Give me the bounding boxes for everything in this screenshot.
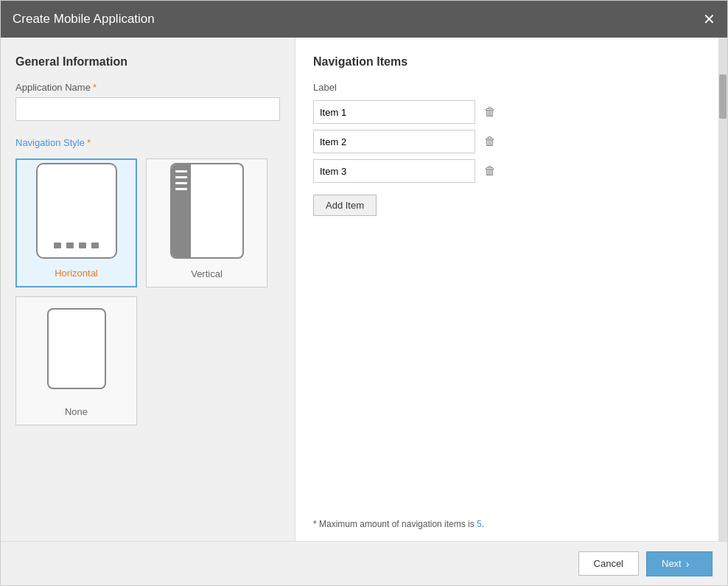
none-illustration <box>16 297 136 400</box>
delete-item-2-button[interactable]: 🗑 <box>481 132 499 151</box>
nav-style-label: Navigation Style* <box>15 137 280 148</box>
left-panel: General Information Application Name* Na… <box>1 38 295 541</box>
nav-item-row-1: 🗑 <box>313 100 701 124</box>
horizontal-device <box>36 163 117 259</box>
close-button[interactable]: ✕ <box>703 12 715 27</box>
dot-4 <box>91 243 99 248</box>
vertical-label: Vertical <box>191 268 223 279</box>
nav-item-input-3[interactable] <box>313 159 475 183</box>
delete-item-3-button[interactable]: 🗑 <box>481 161 499 181</box>
app-name-input[interactable] <box>15 97 280 121</box>
nav-option-horizontal[interactable]: Horizontal <box>15 158 137 287</box>
add-item-button[interactable]: Add Item <box>313 195 377 216</box>
nav-option-vertical[interactable]: Vertical <box>146 158 267 287</box>
label-col-header: Label <box>313 82 701 93</box>
horizontal-illustration <box>17 160 136 262</box>
nav-item-row-3: 🗑 <box>313 159 701 183</box>
dialog-body: General Information Application Name* Na… <box>1 38 727 541</box>
none-label: None <box>65 406 88 417</box>
app-name-label: Application Name* <box>15 82 280 93</box>
horizontal-bar <box>54 243 99 248</box>
horizontal-label: Horizontal <box>55 268 98 279</box>
next-button[interactable]: Next › <box>646 551 713 576</box>
nav-style-section: Navigation Style* <box>15 137 280 425</box>
general-info-title: General Information <box>15 55 280 69</box>
scrollbar-track[interactable] <box>718 38 727 541</box>
nav-items-title: Navigation Items <box>313 55 701 69</box>
nav-options-grid: Horizontal <box>15 158 280 425</box>
nav-item-input-1[interactable] <box>313 100 475 124</box>
dialog-title: Create Mobile Application <box>13 12 155 27</box>
dot-1 <box>54 243 61 248</box>
scrollbar-thumb[interactable] <box>719 74 727 119</box>
nav-item-input-2[interactable] <box>313 130 475 153</box>
dialog: Create Mobile Application ✕ General Info… <box>0 0 728 586</box>
sidebar-line-4 <box>175 188 187 190</box>
nav-option-none[interactable]: None <box>15 296 137 425</box>
nav-item-row-2: 🗑 <box>313 130 701 153</box>
title-bar: Create Mobile Application ✕ <box>1 1 727 38</box>
vertical-sidebar <box>172 164 191 257</box>
dialog-footer: Cancel Next › <box>1 541 727 585</box>
dot-3 <box>79 243 86 248</box>
next-arrow-icon: › <box>686 558 690 570</box>
right-panel: Navigation Items Label 🗑 🗑 🗑 Add Item * … <box>295 38 718 541</box>
sidebar-line-3 <box>175 182 187 184</box>
dot-2 <box>66 243 74 248</box>
delete-item-1-button[interactable]: 🗑 <box>481 102 499 122</box>
cancel-button[interactable]: Cancel <box>578 551 639 576</box>
vertical-device <box>170 163 244 259</box>
max-note: * Maximum amount of navigation items is … <box>313 519 484 529</box>
vertical-illustration <box>147 159 267 262</box>
sidebar-line-1 <box>175 170 187 172</box>
sidebar-line-2 <box>175 176 187 178</box>
none-device <box>47 308 106 389</box>
